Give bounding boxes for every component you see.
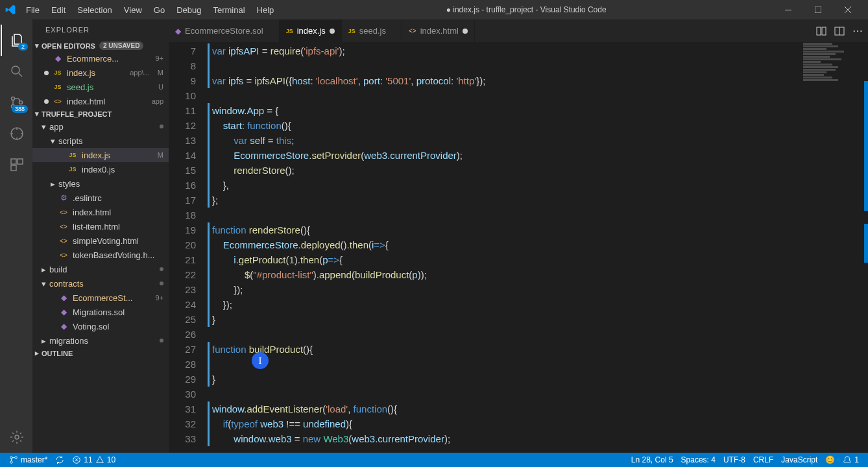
code-line[interactable]: if(typeof web3 !== undefined){ — [208, 416, 868, 431]
activity-search[interactable] — [1, 56, 32, 87]
activity-explorer[interactable]: 2 — [1, 25, 32, 56]
maximize-button[interactable] — [803, 0, 833, 19]
code-line[interactable]: }); — [208, 297, 868, 312]
menu-debug[interactable]: Debug — [171, 3, 206, 18]
file-label: index.js — [67, 68, 127, 78]
window-controls — [773, 0, 863, 19]
project-header[interactable]: ▾ TRUFFLE_PROJECT — [32, 108, 169, 119]
code-line[interactable]: EcommerceStore.setProvider(web3.currentP… — [208, 148, 868, 163]
code-line[interactable]: start: function(){ — [208, 118, 868, 133]
titlebar: FileEditSelectionViewGoDebugTerminalHelp… — [0, 0, 868, 19]
code-line[interactable]: }); — [208, 282, 868, 297]
code-line[interactable]: var ipfsAPI = require('ipfs-api'); — [208, 43, 868, 58]
status-branch[interactable]: master* — [5, 453, 51, 467]
status-lang[interactable]: JavaScript — [777, 453, 821, 467]
code-line[interactable]: renderStore(); — [208, 163, 868, 178]
more-icon[interactable]: ⋯ — [852, 25, 863, 37]
split-editor-icon[interactable] — [834, 26, 845, 36]
tree-folder[interactable]: ▾app — [32, 119, 169, 134]
tree-file[interactable]: JSindex.jsM — [32, 148, 169, 162]
status-sync[interactable] — [51, 453, 68, 467]
outline-header[interactable]: ▸ OUTLINE — [32, 348, 169, 359]
tab[interactable]: <>index.html — [402, 19, 475, 42]
code-line[interactable] — [208, 88, 868, 103]
code-content[interactable]: var ipfsAPI = require('ipfs-api');var ip… — [208, 42, 868, 453]
tree-file[interactable]: <>tokenBasedVoting.h... — [32, 248, 169, 262]
open-editor-item[interactable]: JSindex.jsapp\...M — [32, 66, 169, 80]
code-line[interactable]: window.addEventListener('load', function… — [208, 401, 868, 416]
minimap[interactable] — [801, 42, 859, 405]
code-line[interactable]: var ipfs = ipfsAPI({host: 'localhost', p… — [208, 73, 868, 88]
status-cursor[interactable]: Ln 28, Col 5 — [627, 453, 677, 467]
scrollbar[interactable] — [859, 42, 868, 453]
code-line[interactable] — [208, 387, 868, 401]
minimize-button[interactable] — [773, 0, 803, 19]
tab[interactable]: ◆EcommerceStore.sol — [169, 19, 280, 42]
javascript-icon: JS — [348, 28, 356, 34]
activity-settings[interactable] — [1, 422, 32, 453]
menu-file[interactable]: File — [21, 3, 45, 18]
menu-go[interactable]: Go — [149, 3, 170, 18]
code-line[interactable]: $("#product-list").append(buildProduct(p… — [208, 267, 868, 282]
close-button[interactable] — [833, 0, 863, 19]
tree-file[interactable]: <>simpleVoting.html — [32, 234, 169, 248]
code-line[interactable]: function renderStore(){ — [208, 222, 868, 237]
code-line[interactable]: } — [208, 372, 868, 387]
activity-scm[interactable]: 388 — [1, 87, 32, 118]
status-feedback[interactable]: 😊 — [821, 453, 839, 467]
javascript-icon: JS — [67, 152, 78, 158]
error-icon — [72, 455, 81, 464]
tree-file[interactable]: ⚙.eslintrc — [32, 191, 169, 205]
chevron-right-icon: ▸ — [42, 265, 49, 274]
modified-dot — [160, 281, 163, 285]
code-line[interactable] — [208, 208, 868, 222]
tree-file[interactable]: ◆EcommerceSt...9+ — [32, 291, 169, 305]
status-spaces[interactable]: Spaces: 4 — [677, 453, 719, 467]
menu-help[interactable]: Help — [252, 3, 280, 18]
code-line[interactable] — [208, 327, 868, 342]
status-problems[interactable]: 11 10 — [68, 453, 119, 467]
open-editor-item[interactable]: ◆Ecommerce...9+ — [32, 51, 169, 66]
tree-file[interactable]: ◆Voting.sol — [32, 319, 169, 333]
status-notifications[interactable]: 1 — [839, 453, 863, 467]
warning-icon — [95, 455, 104, 464]
tree-file[interactable]: <>list-item.html — [32, 219, 169, 234]
git-branch-icon — [9, 455, 18, 464]
code-line[interactable]: i.getProduct(1).then(p=>{ — [208, 252, 868, 267]
editor-body[interactable]: 7891011121314151617181920212223242526272… — [169, 42, 868, 453]
statusbar: master* 11 10 Ln 28, Col 5 Spaces: 4 UTF… — [0, 453, 868, 467]
menu-selection[interactable]: Selection — [72, 3, 117, 18]
code-line[interactable] — [208, 58, 868, 73]
tree-file[interactable]: ◆Migrations.sol — [32, 305, 169, 319]
status-encoding[interactable]: UTF-8 — [719, 453, 749, 467]
tab[interactable]: JSseed.js — [342, 19, 402, 42]
menu-terminal[interactable]: Terminal — [208, 3, 250, 18]
tree-folder[interactable]: ▸build — [32, 262, 169, 276]
code-line[interactable]: var self = this; — [208, 133, 868, 148]
code-line[interactable]: }, — [208, 178, 868, 193]
open-editors-header[interactable]: ▾ OPEN EDITORS 2 UNSAVED — [32, 40, 169, 51]
tree-folder[interactable]: ▾scripts — [32, 134, 169, 148]
activity-extensions[interactable] — [1, 149, 32, 180]
activity-debug[interactable] — [1, 118, 32, 149]
tree-folder[interactable]: ▾contracts — [32, 276, 169, 291]
tree-file[interactable]: <>index.html — [32, 205, 169, 219]
open-editor-item[interactable]: <>index.htmlapp — [32, 94, 169, 108]
menu-edit[interactable]: Edit — [46, 3, 71, 18]
code-line[interactable]: window.App = { — [208, 103, 868, 118]
tree-folder[interactable]: ▸migrations — [32, 333, 169, 348]
compare-icon[interactable] — [816, 26, 826, 36]
tree-label: simpleVoting.html — [73, 236, 169, 246]
tree-folder[interactable]: ▸styles — [32, 176, 169, 191]
open-editor-item[interactable]: JSseed.jsU — [32, 80, 169, 94]
menu-view[interactable]: View — [119, 3, 147, 18]
code-line[interactable]: window.web3 = new Web3(web3.currentProvi… — [208, 431, 868, 446]
tab[interactable]: JSindex.js — [280, 19, 342, 42]
status-eol[interactable]: CRLF — [749, 453, 777, 467]
code-line[interactable]: } — [208, 312, 868, 327]
code-line[interactable]: EcommerceStore.deployed().then(i=>{ — [208, 237, 868, 252]
tree-file[interactable]: JSindex0.js — [32, 162, 169, 176]
code-line[interactable]: }; — [208, 193, 868, 208]
code-line[interactable] — [208, 357, 868, 372]
code-line[interactable]: function buildProduct(){ — [208, 342, 868, 357]
